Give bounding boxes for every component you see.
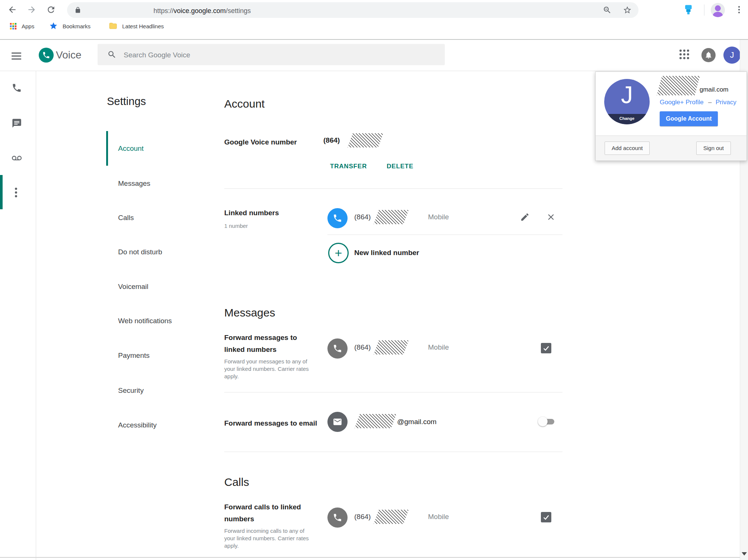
search-icon [107, 50, 117, 61]
call-number-type: Mobile [428, 513, 449, 521]
forward-calls-linked-desc: Forward incoming calls to any of your li… [224, 527, 317, 550]
avatar-letter: J [730, 50, 734, 60]
sidebar-item-voicemail[interactable]: Voicemail [118, 283, 148, 291]
search-bar[interactable] [98, 44, 445, 65]
google-apps-grid-icon[interactable] [679, 50, 689, 59]
email-suffix: @gmail.com [397, 418, 437, 426]
calls-tab-icon[interactable] [12, 83, 22, 95]
privacy-link[interactable]: Privacy [716, 99, 736, 106]
toolbar-separator [704, 4, 704, 16]
messages-tab-icon[interactable] [12, 118, 22, 130]
page-title: Settings [107, 95, 146, 108]
linked-number-prefix: (864) [354, 213, 371, 221]
popup-email-suffix: gmail.com [700, 86, 728, 93]
add-account-button[interactable]: Add account [605, 141, 650, 155]
row-divider [327, 235, 562, 235]
email-icon [327, 412, 348, 432]
forward-calls-linked-label: Forward calls to linked numbers [224, 501, 302, 525]
google-account-button[interactable]: Google Account [660, 111, 718, 126]
popup-avatar-change-label[interactable]: Change [604, 114, 650, 124]
account-section-title: Account [224, 98, 264, 110]
sidebar-item-calls[interactable]: Calls [118, 214, 134, 222]
chrome-profile-avatar[interactable] [711, 3, 725, 17]
popup-avatar[interactable]: J Change [604, 79, 650, 124]
url-text: https://voice.google.com/settings [153, 7, 251, 15]
edit-pencil-icon[interactable] [520, 212, 530, 223]
scrollbar-down-arrow[interactable] [742, 552, 747, 556]
redacted-popup-email [657, 76, 700, 95]
sign-out-button[interactable]: Sign out [696, 141, 731, 155]
account-avatar[interactable]: J [723, 47, 741, 64]
account-popup: J Change gmail.com Google+ Profile – Pri… [595, 71, 747, 161]
bookmark-latest-headlines[interactable]: Latest Headlines [122, 23, 164, 29]
sidebar-item-accessibility[interactable]: Accessibility [118, 421, 156, 429]
voicemail-tab-icon[interactable] [11, 153, 22, 165]
section-divider [224, 392, 562, 392]
google-voice-settings-page: https://voice.google.com/settings Apps B… [0, 0, 748, 560]
more-tab-icon[interactable] [15, 186, 17, 199]
folder-icon[interactable] [109, 22, 117, 32]
google-plus-profile-link[interactable]: Google+ Profile [660, 99, 704, 106]
popup-avatar-letter: J [604, 81, 650, 109]
browser-back-button[interactable] [7, 5, 17, 16]
forward-calls-checkbox[interactable] [541, 512, 551, 522]
forward-messages-linked-label: Forward messages to linked numbers [224, 332, 310, 356]
plus-icon: + [328, 243, 349, 263]
calls-section-title: Calls [224, 476, 249, 489]
voice-logo-icon[interactable] [37, 47, 55, 66]
forward-messages-email-label: Forward messages to email [224, 417, 317, 429]
new-linked-number-label[interactable]: New linked number [354, 247, 419, 259]
chrome-page-divider [0, 39, 748, 40]
voice-number-label: Google Voice number [224, 136, 297, 148]
redacted-email [355, 414, 396, 428]
browser-extension-icon[interactable] [683, 4, 694, 17]
transfer-button[interactable]: TRANSFER [330, 163, 367, 170]
url-path: /settings [226, 7, 251, 15]
voice-number-prefix: (864) [323, 136, 340, 144]
forward-messages-checkbox[interactable] [541, 343, 551, 353]
call-number-prefix: (864) [354, 513, 371, 521]
call-forward-phone-icon [327, 508, 348, 528]
message-number-prefix: (864) [354, 343, 371, 351]
bottom-divider [0, 557, 748, 558]
notifications-bell-icon[interactable] [701, 48, 716, 62]
popup-footer: Add account Sign out [596, 136, 747, 160]
add-linked-number-button[interactable]: + [328, 243, 349, 263]
sidebar-item-do-not-disturb[interactable]: Do not disturb [118, 248, 162, 256]
header-divider [0, 71, 748, 71]
address-bar[interactable]: https://voice.google.com/settings [67, 2, 638, 18]
url-scheme: https:// [153, 7, 174, 15]
bookmark-bookmarks[interactable]: Bookmarks [63, 23, 91, 29]
sidebar-item-account[interactable]: Account [118, 144, 144, 153]
message-number-type: Mobile [428, 343, 449, 351]
forward-messages-email-toggle[interactable] [538, 416, 556, 427]
sidebar-item-messages[interactable]: Messages [118, 179, 150, 188]
sidebar-item-web-notifications[interactable]: Web notifications [118, 317, 172, 325]
zoom-out-icon[interactable] [603, 6, 612, 16]
nav-selected-indicator [106, 131, 108, 166]
remove-linked-number-icon[interactable] [546, 212, 556, 223]
browser-forward-button[interactable] [27, 5, 37, 16]
redacted-linked-number [374, 210, 409, 224]
bookmarks-star-icon[interactable] [49, 22, 58, 32]
rail-selected-indicator [0, 175, 3, 209]
delete-button[interactable]: DELETE [387, 163, 413, 170]
chrome-menu-icon[interactable] [734, 5, 744, 16]
linked-numbers-label: Linked numbers [224, 207, 279, 219]
section-divider [224, 452, 562, 452]
lock-icon [75, 7, 81, 15]
sidebar-item-security[interactable]: Security [118, 386, 144, 395]
search-input[interactable] [123, 44, 437, 66]
apps-grid-icon[interactable] [9, 22, 17, 32]
sidebar-item-payments[interactable]: Payments [118, 351, 149, 360]
section-divider [224, 188, 562, 189]
bookmark-apps[interactable]: Apps [22, 23, 34, 29]
browser-reload-button[interactable] [46, 5, 56, 16]
popup-link-separator: – [708, 99, 711, 106]
linked-number-type: Mobile [428, 213, 449, 221]
messages-section-title: Messages [224, 306, 275, 319]
url-host: voice.google.com [174, 7, 226, 15]
menu-hamburger-icon[interactable] [12, 51, 21, 61]
linked-number-phone-icon [327, 208, 348, 228]
bookmark-star-icon[interactable] [623, 6, 632, 16]
